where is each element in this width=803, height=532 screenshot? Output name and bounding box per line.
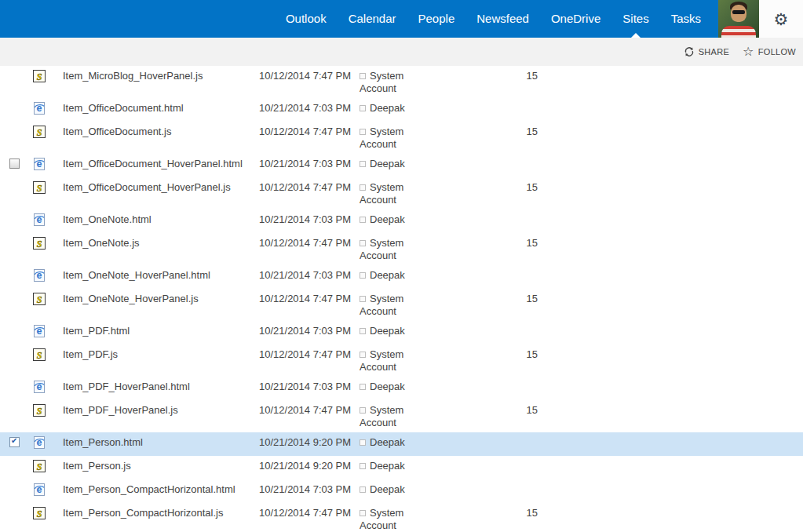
- file-name-link[interactable]: Item_PDF_HoverPanel.html: [63, 381, 259, 393]
- table-row[interactable]: S e Item_Person_CompactHorizontal.html 1…: [0, 479, 803, 503]
- ribbon-strip: SHARE ☆ FOLLOW: [0, 38, 803, 66]
- modified-by-name[interactable]: Deepak: [370, 213, 405, 225]
- nav-item-onedrive[interactable]: OneDrive: [540, 0, 611, 38]
- modified-by-name[interactable]: System Account: [360, 293, 403, 317]
- file-name-link[interactable]: Item_Person_CompactHorizontal.html: [63, 483, 259, 496]
- table-row[interactable]: S e Item_PDF.js 10/12/2014 7:47 PM Syste…: [0, 344, 803, 377]
- modified-date: 10/21/2014 7:03 PM: [259, 213, 360, 226]
- file-type-cell: S e: [33, 460, 63, 472]
- file-type-cell: S e: [33, 483, 63, 496]
- ie-html-file-icon: e: [33, 102, 46, 115]
- modified-by-name[interactable]: System Account: [360, 237, 403, 261]
- file-name-link[interactable]: Item_OneNote_HoverPanel.html: [63, 269, 259, 282]
- svg-text:e: e: [37, 159, 42, 169]
- modified-by-name[interactable]: Deepak: [370, 436, 405, 448]
- presence-indicator-icon: [360, 328, 366, 334]
- modified-date: 10/12/2014 7:47 PM: [259, 70, 360, 82]
- nav-item-people[interactable]: People: [407, 0, 466, 38]
- modified-date: 10/12/2014 7:47 PM: [259, 126, 360, 138]
- share-button[interactable]: SHARE: [684, 46, 729, 57]
- modified-by-cell: Deepak: [360, 483, 408, 496]
- file-name-link[interactable]: Item_OneNote_HoverPanel.js: [63, 293, 259, 305]
- modified-by-name[interactable]: Deepak: [370, 325, 405, 337]
- svg-text:S: S: [37, 71, 42, 82]
- table-row[interactable]: S e Item_PDF.html 10/21/2014 7:03 PM Dee…: [0, 321, 803, 344]
- table-row[interactable]: S e Item_OfficeDocument_HoverPanel.html …: [0, 154, 803, 177]
- file-type-cell: S e: [33, 269, 63, 282]
- row-select-cell: [9, 348, 33, 363]
- modified-date: 10/21/2014 9:20 PM: [259, 460, 360, 472]
- table-row[interactable]: S e Item_PDF_HoverPanel.js 10/12/2014 7:…: [0, 400, 803, 432]
- modified-by-name[interactable]: System Account: [360, 181, 403, 206]
- follow-button[interactable]: ☆ FOLLOW: [743, 46, 796, 58]
- modified-by-cell: Deepak: [360, 436, 408, 449]
- modified-by-name[interactable]: System Account: [360, 126, 403, 150]
- table-row[interactable]: S e Item_Person_CompactHorizontal.js 10/…: [0, 503, 803, 532]
- user-profile-photo[interactable]: [718, 0, 759, 38]
- table-row[interactable]: S e Item_OfficeDocument.js 10/12/2014 7:…: [0, 122, 803, 154]
- table-row[interactable]: S e Item_OfficeDocument_HoverPanel.js 10…: [0, 177, 803, 210]
- file-name-link[interactable]: Item_OfficeDocument.js: [63, 126, 259, 138]
- table-row[interactable]: S e Item_OfficeDocument.html 10/21/2014 …: [0, 98, 803, 122]
- modified-by-name[interactable]: Deepak: [370, 460, 405, 472]
- nav-item-calendar[interactable]: Calendar: [338, 0, 407, 38]
- file-name-link[interactable]: Item_Person.js: [63, 460, 259, 472]
- row-select-cell: [9, 269, 33, 283]
- table-row[interactable]: S e Item_OneNote_HoverPanel.js 10/12/201…: [0, 289, 803, 321]
- file-list: S e Item_MicroBlog_HoverPanel.js 10/12/2…: [0, 66, 803, 532]
- row-select-cell: [9, 483, 33, 497]
- jscript-file-icon: S: [33, 460, 46, 472]
- svg-text:e: e: [37, 381, 42, 392]
- nav-item-sites[interactable]: Sites: [611, 0, 659, 38]
- jscript-file-icon: S: [33, 237, 46, 250]
- row-select-cell: [9, 213, 33, 228]
- file-name-link[interactable]: Item_MicroBlog_HoverPanel.js: [63, 70, 259, 82]
- file-name-link[interactable]: Item_PDF_HoverPanel.js: [63, 404, 259, 417]
- modified-by-name[interactable]: System Account: [360, 404, 403, 428]
- file-name-link[interactable]: Item_PDF.html: [63, 325, 259, 337]
- modified-by-name[interactable]: System Account: [360, 348, 403, 373]
- file-name-link[interactable]: Item_Person.html: [63, 436, 259, 449]
- modified-by-name[interactable]: Deepak: [370, 483, 405, 495]
- nav-item-outlook[interactable]: Outlook: [275, 0, 338, 38]
- settings-gear-icon[interactable]: ⚙: [774, 11, 789, 27]
- modified-by-name[interactable]: System Account: [360, 70, 403, 94]
- nav-item-newsfeed[interactable]: Newsfeed: [465, 0, 540, 38]
- file-name-link[interactable]: Item_Person_CompactHorizontal.js: [63, 507, 259, 519]
- table-row[interactable]: S e Item_MicroBlog_HoverPanel.js 10/12/2…: [0, 66, 803, 98]
- file-name-link[interactable]: Item_PDF.js: [63, 348, 259, 361]
- presence-indicator-icon: [360, 384, 366, 390]
- modified-by-cell: Deepak: [360, 460, 408, 472]
- modified-by-cell: Deepak: [360, 269, 408, 282]
- table-row[interactable]: S e Item_OneNote.html 10/21/2014 7:03 PM…: [0, 210, 803, 233]
- file-name-link[interactable]: Item_OneNote.html: [63, 213, 259, 226]
- table-row[interactable]: S e Item_Person.html 10/21/2014 9:20 PM …: [0, 432, 803, 456]
- svg-text:S: S: [37, 508, 42, 519]
- table-row[interactable]: S e Item_PDF_HoverPanel.html 10/21/2014 …: [0, 377, 803, 400]
- svg-text:S: S: [37, 294, 42, 305]
- row-select-cell: [9, 158, 33, 172]
- modified-date: 10/12/2014 7:47 PM: [259, 181, 360, 194]
- modified-by-name[interactable]: Deepak: [370, 381, 405, 392]
- svg-text:S: S: [37, 406, 42, 417]
- row-checkbox[interactable]: [9, 437, 20, 447]
- ie-html-file-icon: e: [33, 269, 46, 282]
- photo-striped-shirt: [721, 26, 756, 38]
- modified-by-name[interactable]: Deepak: [370, 158, 405, 169]
- modified-by-name[interactable]: System Account: [360, 507, 403, 531]
- rank-value: 15: [408, 237, 538, 250]
- jscript-file-icon: S: [33, 126, 46, 138]
- modified-by-name[interactable]: Deepak: [370, 102, 405, 114]
- presence-indicator-icon: [360, 240, 366, 246]
- nav-item-tasks[interactable]: Tasks: [660, 0, 712, 38]
- table-row[interactable]: S e Item_OneNote_HoverPanel.html 10/21/2…: [0, 265, 803, 289]
- modified-by-name[interactable]: Deepak: [370, 269, 405, 281]
- table-row[interactable]: S e Item_OneNote.js 10/12/2014 7:47 PM S…: [0, 233, 803, 265]
- row-checkbox[interactable]: [9, 159, 20, 169]
- file-name-link[interactable]: Item_OfficeDocument_HoverPanel.js: [63, 181, 259, 194]
- svg-text:e: e: [37, 103, 42, 114]
- table-row[interactable]: S e Item_Person.js 10/21/2014 9:20 PM De…: [0, 456, 803, 479]
- file-name-link[interactable]: Item_OfficeDocument.html: [63, 102, 259, 115]
- file-name-link[interactable]: Item_OfficeDocument_HoverPanel.html: [63, 158, 259, 170]
- file-name-link[interactable]: Item_OneNote.js: [63, 237, 259, 250]
